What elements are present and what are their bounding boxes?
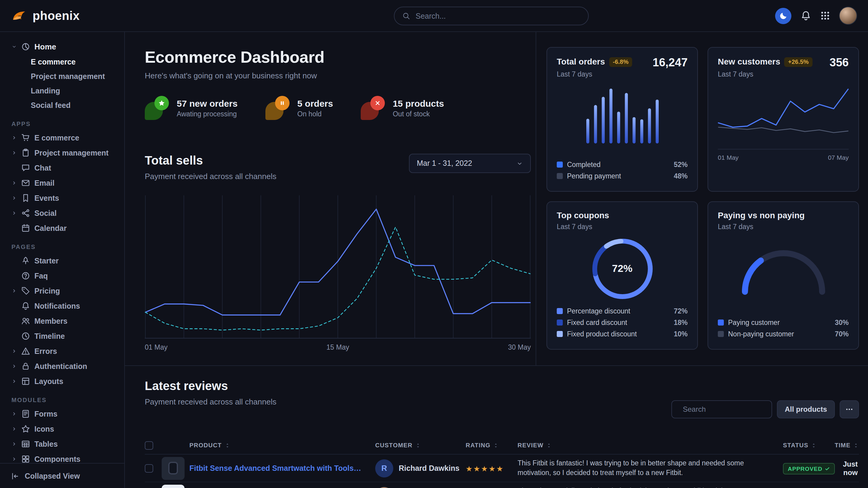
brand-name: phoenix — [33, 9, 80, 23]
watch-image — [168, 462, 178, 475]
sidebar-item-calendar[interactable]: Calendar — [8, 221, 119, 236]
sidebar-item-label: Social — [34, 209, 57, 217]
caret-right-icon — [11, 288, 17, 294]
column-header-status[interactable]: STATUS — [783, 442, 829, 449]
coupons-donut-chart: 72% — [588, 235, 656, 303]
users-icon — [21, 317, 30, 326]
select-all-checkbox[interactable] — [145, 441, 153, 449]
sort-icon — [853, 442, 859, 448]
global-search[interactable] — [394, 7, 589, 25]
sidebar-item-project-management-dashboard[interactable]: Project management — [8, 69, 119, 84]
user-avatar[interactable] — [839, 7, 857, 25]
sidebar-item-social[interactable]: Social — [8, 205, 119, 221]
pie-chart-icon — [21, 42, 30, 51]
card-title: Top coupons — [557, 210, 688, 220]
reviews-toolbar: All products — [671, 400, 859, 418]
chat-icon — [21, 163, 30, 172]
reviews-search[interactable] — [671, 400, 772, 418]
stat-caption: Awating processing — [177, 110, 238, 118]
legend-swatch — [557, 161, 563, 167]
date-range-select[interactable]: Mar 1 - 31, 2022 — [409, 154, 531, 173]
legend-swatch — [557, 319, 563, 325]
card-period: Last 7 days — [557, 70, 632, 77]
sidebar-item-icons[interactable]: Icons — [8, 421, 119, 436]
all-products-button[interactable]: All products — [777, 400, 835, 418]
brand[interactable]: phoenix — [11, 7, 80, 24]
sidebar-item-faq[interactable]: Faq — [8, 268, 119, 283]
search-input[interactable] — [415, 12, 580, 20]
donut-center-value: 72% — [588, 235, 656, 303]
column-header-product[interactable]: PRODUCT — [189, 442, 375, 449]
date-range-value: Mar 1 - 31, 2022 — [417, 159, 472, 168]
column-header-review[interactable]: REVIEW — [518, 442, 783, 449]
apps-menu-button[interactable] — [820, 11, 830, 21]
sidebar-item-members[interactable]: Members — [8, 314, 119, 329]
card-title: Paying vs non paying — [718, 210, 849, 220]
pause-badge-icon — [275, 96, 289, 110]
sidebar-item-events[interactable]: Events — [8, 191, 119, 205]
caret-right-icon — [11, 363, 17, 369]
sidebar-item-e-commerce-dashboard[interactable]: E commerce — [8, 55, 119, 69]
legend-label: Percentage discount — [567, 307, 670, 314]
stat-value: 5 orders — [298, 98, 333, 108]
theme-toggle-button[interactable] — [775, 7, 792, 24]
column-header-customer[interactable]: CUSTOMER — [375, 442, 466, 449]
chevron-down-icon — [11, 44, 17, 50]
notifications-button[interactable] — [801, 10, 811, 21]
legend-swatch — [718, 319, 724, 325]
stat-caption: Out of stock — [393, 110, 444, 118]
customer-name: Richard Dawkins — [399, 464, 459, 472]
stat-new-orders: 57 new orders Awating processing — [145, 96, 238, 120]
total-sells-title: Total sells — [145, 154, 276, 168]
sidebar-item-label: Faq — [34, 271, 48, 280]
caret-spacer — [11, 318, 17, 324]
sidebar-item-layouts[interactable]: Layouts — [8, 374, 119, 389]
legend-swatch — [557, 308, 563, 314]
more-options-button[interactable] — [840, 400, 859, 418]
sidebar-item-errors[interactable]: Errors — [8, 344, 119, 359]
product-thumbnail — [162, 457, 185, 480]
sidebar-item-components[interactable]: Components — [8, 452, 119, 463]
card-period: Last 7 days — [718, 223, 849, 230]
sidebar-item-pricing[interactable]: Pricing — [8, 283, 119, 298]
product-link[interactable]: Fitbit Sense Advanced Smartwatch with To… — [189, 464, 375, 472]
caret-spacer — [11, 225, 17, 231]
customer-avatar: R — [375, 459, 393, 477]
sidebar-item-ecommerce-app[interactable]: E commerce — [8, 130, 119, 145]
sidebar-item-authentication[interactable]: Authentication — [8, 359, 119, 374]
sidebar-item-email[interactable]: Email — [8, 175, 119, 191]
sidebar-item-tables[interactable]: Tables — [8, 436, 119, 452]
row-checkbox[interactable] — [145, 464, 153, 472]
collapsed-view-toggle[interactable]: Collapsed View — [0, 463, 124, 488]
sidebar-item-home[interactable]: Home — [8, 39, 119, 54]
warning-icon — [21, 347, 30, 356]
caret-spacer — [11, 258, 17, 263]
sidebar-item-social-feed[interactable]: Social feed — [8, 98, 119, 113]
column-header-rating[interactable]: RATING — [466, 442, 518, 449]
sort-icon — [811, 442, 817, 448]
rating-stars: ★★★★★ — [466, 463, 518, 474]
caret-spacer — [11, 273, 17, 279]
x-label-start: 01 May — [718, 154, 739, 161]
kpi-cards: Total orders-6.8% Last 7 days 16,247 Com… — [536, 32, 868, 365]
home-submenu: E commerce Project management Landing So… — [8, 55, 119, 113]
caret-right-icon — [11, 456, 17, 462]
total-sells-x-axis: 01 May 15 May 30 May — [145, 344, 531, 351]
sidebar-item-forms[interactable]: Forms — [8, 406, 119, 421]
sidebar-item-chat[interactable]: Chat — [8, 160, 119, 175]
on-hold-icon — [266, 96, 289, 120]
sidebar-item-timeline[interactable]: Timeline — [8, 329, 119, 344]
sidebar-item-landing[interactable]: Landing — [8, 84, 119, 98]
card-value: 16,247 — [653, 56, 688, 69]
dashboard-header-section: Ecommerce Dashboard Here's what's going … — [125, 32, 536, 365]
column-header-time[interactable]: TIME — [829, 442, 859, 449]
new-customers-line-chart — [718, 85, 849, 145]
sidebar-item-label: Project management — [34, 149, 108, 157]
sidebar-item-project-management-app[interactable]: Project management — [8, 145, 119, 160]
card-value: 356 — [830, 56, 849, 69]
reviews-search-input[interactable] — [683, 405, 776, 414]
total-sells-subtitle: Payment received across all channels — [145, 172, 276, 181]
sidebar-item-starter[interactable]: Starter — [8, 253, 119, 268]
sidebar-item-notifications[interactable]: Notifications — [8, 298, 119, 314]
section-label-modules: MODULES — [11, 397, 119, 403]
